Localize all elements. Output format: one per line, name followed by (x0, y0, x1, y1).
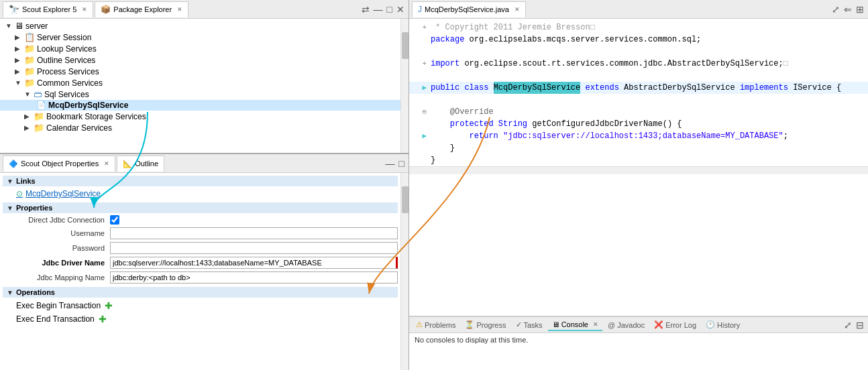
explorer-toolbar: ⇄ — □ ✕ (360, 4, 406, 15)
tree-arrow-calendar[interactable]: ▶ (24, 124, 34, 131)
tab-progress-label: Progress (476, 321, 506, 329)
tab-history[interactable]: 🕐 History (702, 319, 744, 330)
tree-arrow-lookup[interactable]: ▶ (15, 45, 24, 52)
tab-package-explorer[interactable]: 📦 Package Explorer ✕ (95, 1, 188, 17)
progress-icon: ⏳ (465, 320, 474, 329)
prop-input-username[interactable] (110, 227, 398, 239)
tab-close-props[interactable]: ✕ (104, 160, 109, 167)
props-minimize-icon[interactable]: — (384, 158, 396, 169)
tab-console-label: Console (561, 320, 588, 328)
sync-icon[interactable]: ⇄ (360, 4, 371, 15)
session-icon: 📋 (24, 32, 35, 42)
tree-item-calendar[interactable]: ▶ 📁 Calendar Services (0, 122, 400, 133)
tab-console[interactable]: 🖥 Console ✕ (548, 319, 602, 331)
prop-input-password[interactable] (110, 242, 398, 254)
tree-label-outline: Outline Services (37, 56, 95, 65)
console-expand-icon[interactable]: ⤢ (843, 320, 853, 330)
props-icon: 🔷 (9, 160, 18, 168)
process-icon: 📁 (24, 66, 35, 76)
tree-arrow-server[interactable]: ▼ (5, 22, 15, 29)
editor-toolbar-icon2[interactable]: ⇐ (843, 4, 853, 15)
code-line-5 (409, 70, 868, 82)
prop-input-mapping[interactable] (110, 271, 398, 284)
tab-package-label: Package Explorer (113, 5, 172, 13)
tree-arrow-outline[interactable]: ▶ (15, 56, 24, 64)
code-area: + * Copyright 2011 Jeremie Bresson□ pack… (409, 19, 868, 316)
tree-item-outline-services[interactable]: ▶ 📁 Outline Services (0, 54, 400, 66)
explorer-scroll-thumb[interactable] (402, 32, 409, 59)
op-add-end-icon[interactable]: ✚ (99, 314, 107, 324)
tab-close-console[interactable]: ✕ (593, 321, 598, 328)
tab-close-package[interactable]: ✕ (177, 6, 182, 13)
close-view-icon[interactable]: ✕ (395, 4, 406, 15)
code-line-2: package org.eclipselabs.mcqs.server.serv… (409, 34, 868, 46)
operations-header[interactable]: ▼ Operations (3, 287, 398, 298)
properties-title: Properties (16, 204, 52, 212)
tab-close-scout[interactable]: ✕ (82, 6, 87, 13)
maximize-icon[interactable]: □ (386, 4, 394, 15)
console-content: No consoles to display at this time. (409, 333, 868, 370)
links-arrow-icon: ▼ (7, 178, 13, 185)
tab-progress[interactable]: ⏳ Progress (461, 319, 510, 330)
tree-item-server-session[interactable]: ▶ 📋 Server Session (0, 32, 400, 43)
tree-item-sql-services[interactable]: ▼ 🗃 Sql Services (0, 88, 400, 100)
tree-arrow-process[interactable]: ▶ (15, 68, 24, 75)
properties-arrow-icon: ▼ (7, 204, 13, 212)
op-add-begin-icon[interactable]: ✚ (105, 300, 113, 311)
tree-arrow-server-session[interactable]: ▶ (15, 34, 24, 41)
server-icon: 🖥 (15, 21, 23, 31)
outline-icon: 📁 (24, 55, 35, 65)
properties-section: ▼ Properties Direct Jdbc Connection User… (3, 202, 398, 284)
gutter-1[interactable]: + (415, 21, 427, 34)
prop-input-driver[interactable] (110, 257, 398, 269)
tab-error-log[interactable]: ❌ Error Log (650, 319, 700, 330)
prop-checkbox-jdbc[interactable] (110, 215, 119, 225)
explorer-scrollbar[interactable] (400, 19, 409, 153)
common-icon: 📁 (24, 78, 35, 88)
tree-item-mcq-derby[interactable]: 📄 McqDerbySqlService (0, 100, 400, 111)
outline-tab-icon: 📐 (123, 160, 132, 168)
tree-arrow-common[interactable]: ▼ (15, 79, 24, 86)
gutter-10[interactable]: ▶ (415, 130, 427, 142)
tree-item-server[interactable]: ▼ 🖥 server (0, 20, 400, 32)
tab-problems[interactable]: ⚠ Problems (412, 319, 459, 330)
explorer-tab-bar: 🔭 Scout Explorer 5 ✕ 📦 Package Explorer … (0, 0, 409, 19)
console-status-text: No consoles to display at this time. (415, 336, 528, 344)
tab-scout-explorer[interactable]: 🔭 Scout Explorer 5 ✕ (3, 1, 93, 17)
editor-toolbar-icon3[interactable]: ⊞ (855, 4, 865, 15)
op-label-begin: Exec Begin Transaction (16, 301, 101, 310)
bookmark-icon: 📁 (34, 111, 44, 121)
minimize-icon[interactable]: — (372, 4, 384, 15)
gutter-6[interactable]: ▶ (415, 82, 427, 94)
tab-outline[interactable]: 📐 Outline (117, 156, 164, 172)
tab-mcq-java[interactable]: J McqDerbySqlService.java ✕ (412, 1, 526, 17)
tab-javadoc[interactable]: @ Javadoc (604, 320, 649, 330)
tree-item-common-services[interactable]: ▼ 📁 Common Services (0, 77, 400, 88)
tree-arrow-bookmark[interactable]: ▶ (24, 113, 34, 120)
tab-tasks[interactable]: ✓ Tasks (512, 319, 547, 330)
prop-label-username: Username (3, 229, 110, 237)
gutter-4[interactable]: + (415, 58, 427, 70)
properties-scrollbar[interactable] (400, 173, 409, 370)
tree-label-common: Common Services (37, 78, 103, 88)
tree-item-process-services[interactable]: ▶ 📁 Process Services (0, 66, 400, 77)
links-header[interactable]: ▼ Links (3, 176, 398, 186)
console-options-icon[interactable]: ⊟ (855, 320, 865, 330)
properties-header[interactable]: ▼ Properties (3, 202, 398, 213)
operations-title: Operations (16, 288, 55, 296)
code-line-9: protected String getConfiguredJdbcDriver… (409, 118, 868, 130)
gutter-8[interactable]: ⊖ (415, 106, 427, 118)
link-mcq-derby[interactable]: ⊙ McqDerbySqlService (3, 188, 398, 200)
editor-toolbar-icon1[interactable]: ⤢ (830, 4, 841, 15)
tree-label-process: Process Services (37, 67, 99, 76)
code-line-7 (409, 94, 868, 106)
calendar-icon: 📁 (34, 123, 44, 133)
tab-scout-object-props[interactable]: 🔷 Scout Object Properties ✕ (3, 156, 115, 172)
tree-item-bookmark[interactable]: ▶ 📁 Bookmark Storage Services (0, 111, 400, 122)
tree-arrow-sql[interactable]: ▼ (24, 90, 34, 98)
tree-item-lookup-services[interactable]: ▶ 📁 Lookup Services (0, 43, 400, 54)
props-maximize-icon[interactable]: □ (398, 158, 406, 169)
properties-scroll-thumb[interactable] (402, 186, 409, 213)
editor-hscroll[interactable] (409, 166, 868, 174)
editor-tab-close[interactable]: ✕ (514, 6, 520, 13)
